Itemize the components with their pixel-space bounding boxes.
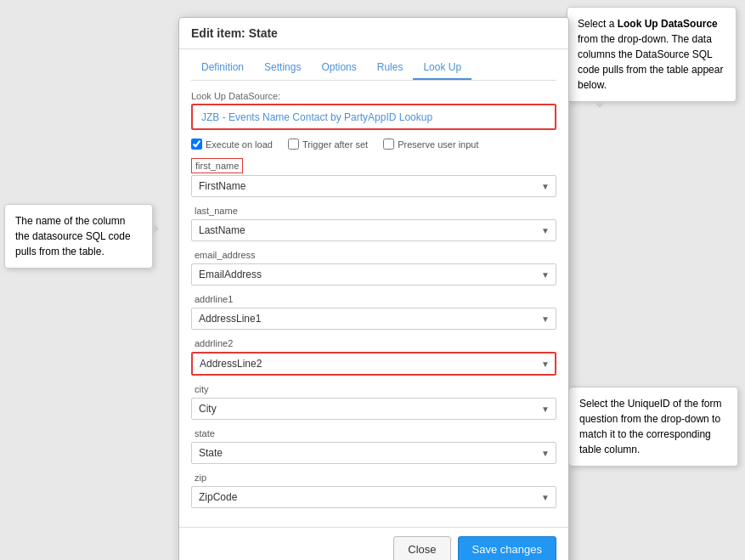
tooltip-left: The name of the column the datasource SQ… (4, 204, 153, 269)
select-wrapper-first-name: FirstName (191, 175, 556, 197)
col-name-first-name: first_name (191, 158, 243, 173)
col-name-last-name: last_name (191, 204, 241, 218)
col-name-addrline2: addrline2 (191, 337, 236, 350)
select-zip[interactable]: ZipCode (191, 486, 556, 508)
select-wrapper-addrline1: AddressLine1 (191, 308, 556, 330)
tooltip-bottom-right: Select the UniqueID of the form question… (568, 387, 738, 467)
select-wrapper-last-name: LastName (191, 219, 556, 241)
tooltip-top-right: Select a Look Up DataSource from the dro… (567, 7, 737, 102)
select-wrapper-city: City (191, 398, 556, 420)
checkboxes-row: Execute on load Trigger after set Preser… (191, 139, 556, 150)
modal-body: Definition Settings Options Rules Look U… (179, 49, 568, 527)
tooltip-bottom-right-text: Select the UniqueID of the form question… (579, 398, 721, 455)
select-email-address[interactable]: EmailAddress (191, 263, 556, 286)
tab-settings[interactable]: Settings (254, 56, 311, 80)
preserve-user-input-text: Preserve user input (398, 139, 478, 150)
execute-on-load-label[interactable]: Execute on load (191, 139, 273, 150)
tab-definition[interactable]: Definition (191, 56, 254, 80)
mapping-row-email-address: email_address EmailAddress (191, 248, 556, 286)
select-wrapper-state: State (191, 442, 556, 464)
trigger-after-set-checkbox[interactable] (288, 139, 299, 150)
preserve-user-input-label[interactable]: Preserve user input (383, 139, 478, 150)
trigger-after-set-label[interactable]: Trigger after set (288, 139, 368, 150)
edit-item-modal: Edit item: State Definition Settings Opt… (178, 17, 569, 560)
save-changes-button[interactable]: Save changes (458, 536, 556, 560)
trigger-after-set-text: Trigger after set (302, 139, 368, 150)
mapping-row-addrline2: addrline2 AddressLine2 (191, 337, 556, 376)
mapping-row-last-name: last_name LastName (191, 204, 556, 241)
col-name-city: city (191, 382, 212, 396)
tabs-container: Definition Settings Options Rules Look U… (191, 49, 556, 81)
col-name-addrline1: addrline1 (191, 292, 236, 306)
modal-footer: Close Save changes (179, 527, 568, 560)
execute-on-load-text: Execute on load (206, 139, 273, 150)
mapping-row-city: city City (191, 382, 556, 420)
tab-rules[interactable]: Rules (367, 56, 414, 80)
select-state[interactable]: State (191, 442, 556, 464)
select-wrapper-zip: ZipCode (191, 486, 556, 508)
select-city[interactable]: City (191, 398, 556, 420)
mapping-row-addrline1: addrline1 AddressLine1 (191, 292, 556, 330)
close-button[interactable]: Close (393, 536, 450, 560)
col-name-zip: zip (191, 471, 210, 484)
datasource-box[interactable]: JZB - Events Name Contact by PartyAppID … (191, 104, 556, 130)
tooltip-left-text: The name of the column the datasource SQ… (15, 215, 131, 257)
mapping-row-state: state State (191, 427, 556, 464)
tab-lookup[interactable]: Look Up (413, 56, 471, 80)
select-addrline2[interactable]: AddressLine2 (191, 352, 556, 376)
mapping-row-first-name: first_name FirstName (191, 158, 556, 197)
col-name-email-address: email_address (191, 248, 259, 262)
col-name-state: state (191, 427, 218, 440)
tab-options[interactable]: Options (311, 56, 366, 80)
select-wrapper-addrline2: AddressLine2 (191, 352, 556, 376)
preserve-user-input-checkbox[interactable] (383, 139, 394, 150)
datasource-link[interactable]: JZB - Events Name Contact by PartyAppID … (201, 111, 432, 123)
lookup-datasource-label: Look Up DataSource: (191, 91, 556, 101)
mapping-row-zip: zip ZipCode (191, 471, 556, 508)
modal-title: Edit item: State (179, 18, 568, 49)
select-first-name[interactable]: FirstName (191, 175, 556, 197)
select-addrline1[interactable]: AddressLine1 (191, 308, 556, 330)
lookup-datasource-section: Look Up DataSource: JZB - Events Name Co… (191, 91, 556, 130)
execute-on-load-checkbox[interactable] (191, 139, 202, 150)
select-wrapper-email-address: EmailAddress (191, 263, 556, 286)
select-last-name[interactable]: LastName (191, 219, 556, 241)
tooltip-top-right-text: Select a Look Up DataSource from the dro… (578, 18, 723, 91)
